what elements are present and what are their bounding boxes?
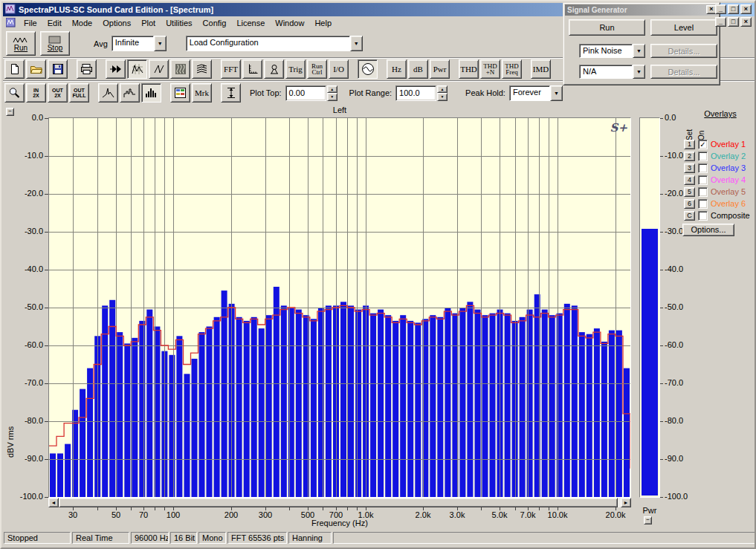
child-minimize-button[interactable]: _ bbox=[715, 17, 726, 27]
overlay-on-checkbox-6[interactable] bbox=[698, 199, 708, 209]
scroll-right-icon[interactable]: ► bbox=[621, 498, 631, 507]
overlay-set-button-6[interactable]: 6 bbox=[684, 199, 695, 209]
overlay-on-checkbox-4[interactable] bbox=[698, 175, 708, 185]
step-curve-button[interactable] bbox=[120, 83, 140, 103]
open-file-button[interactable] bbox=[26, 59, 46, 79]
thd-freq-button[interactable]: THDFreq bbox=[502, 59, 522, 79]
chevron-down-icon: ▼ bbox=[154, 36, 167, 51]
avg-select[interactable]: Infinite ▼ bbox=[112, 36, 167, 51]
menu-help[interactable]: Help bbox=[309, 17, 337, 29]
signal-generator-button[interactable] bbox=[358, 59, 378, 79]
overlays-options-button[interactable]: Options... bbox=[682, 224, 734, 236]
menu-mode[interactable]: Mode bbox=[67, 17, 98, 29]
menu-plot[interactable]: Plot bbox=[136, 17, 161, 29]
time-series-button[interactable] bbox=[106, 59, 126, 79]
plot-top-input[interactable]: 0.00 bbox=[285, 85, 326, 101]
imd-button[interactable]: IMD bbox=[531, 59, 551, 79]
overlay-set-button-5[interactable]: 5 bbox=[684, 187, 695, 197]
generator-level-button[interactable]: Level bbox=[650, 19, 717, 36]
phase-display-button[interactable] bbox=[149, 59, 169, 79]
overlay-on-checkbox-3[interactable] bbox=[698, 163, 708, 173]
power-collapse-button[interactable]: − bbox=[644, 516, 652, 524]
save-icon bbox=[52, 63, 64, 75]
scrollbar-thumb[interactable] bbox=[59, 498, 618, 507]
print-button[interactable] bbox=[77, 59, 97, 79]
run-button[interactable]: Run bbox=[6, 31, 36, 56]
dialog-title-bar[interactable]: Signal Generator × bbox=[565, 4, 718, 16]
window-layout-button[interactable] bbox=[170, 83, 190, 103]
spectrum-display-button[interactable] bbox=[127, 59, 147, 79]
overlay-label: Overlay 2 bbox=[711, 152, 746, 160]
peak-curve-button[interactable] bbox=[98, 83, 118, 103]
close-button[interactable]: × bbox=[740, 4, 752, 14]
run-control-button[interactable]: RunCtrl bbox=[307, 59, 327, 79]
scaling-button[interactable] bbox=[242, 59, 262, 79]
macro-command-select[interactable]: Load Configuration ▼ bbox=[186, 36, 363, 51]
details-1-button[interactable]: Details... bbox=[650, 44, 717, 58]
y-tick bbox=[45, 345, 48, 346]
restore-button[interactable]: □ bbox=[728, 4, 739, 14]
menu-config[interactable]: Config bbox=[198, 17, 232, 29]
generator-source-1-select[interactable]: Pink Noise ▼ bbox=[579, 44, 645, 58]
pwr-units-button[interactable]: Pwr bbox=[430, 59, 450, 79]
x-axis-title: Frequency (Hz) bbox=[48, 519, 631, 527]
bar-display-button[interactable] bbox=[141, 83, 161, 103]
overlay-on-checkbox-2[interactable] bbox=[698, 152, 708, 161]
surface-plot-button[interactable] bbox=[192, 59, 212, 79]
menu-options[interactable]: Options bbox=[97, 17, 136, 29]
spin-down-icon: ▼ bbox=[327, 93, 337, 101]
status-panel-7 bbox=[333, 532, 755, 544]
marker-button[interactable]: Mrk bbox=[192, 83, 212, 103]
bar-graph-icon bbox=[145, 87, 158, 99]
input-2x-button[interactable]: IN2X bbox=[26, 83, 46, 103]
plot-range-input[interactable]: 100.0 bbox=[395, 85, 436, 101]
menu-edit[interactable]: Edit bbox=[42, 17, 67, 29]
peak-hold-select[interactable]: Forever ▼ bbox=[509, 85, 563, 101]
overlay-on-checkbox-5[interactable] bbox=[698, 187, 708, 197]
io-device-button[interactable]: I/O bbox=[329, 59, 349, 79]
overlay-on-checkbox-c[interactable] bbox=[698, 211, 708, 221]
child-close-button[interactable]: × bbox=[740, 17, 752, 27]
y-tick-label: -50.0 bbox=[13, 302, 43, 312]
db-units-button[interactable]: dB bbox=[408, 59, 428, 79]
stop-button[interactable]: Stop bbox=[40, 31, 70, 56]
overlay-set-button-c[interactable]: C bbox=[684, 211, 695, 221]
menu-window[interactable]: Window bbox=[270, 17, 309, 29]
print-icon bbox=[80, 63, 93, 75]
generator-source-2-select[interactable]: N/A ▼ bbox=[579, 65, 645, 79]
menu-license[interactable]: License bbox=[231, 17, 270, 29]
document-icon[interactable] bbox=[6, 18, 16, 29]
spectrogram-button[interactable] bbox=[170, 59, 190, 79]
thd-button[interactable]: THD bbox=[459, 59, 479, 79]
child-restore-button[interactable]: □ bbox=[728, 17, 739, 27]
zoom-button[interactable] bbox=[4, 83, 25, 103]
y-scale-button[interactable] bbox=[221, 83, 241, 103]
plot-range-spinner[interactable]: ▲ ▼ bbox=[437, 85, 448, 101]
generator-run-button[interactable]: Run bbox=[569, 19, 645, 36]
overlay-set-button-2[interactable]: 2 bbox=[684, 152, 695, 161]
save-button[interactable] bbox=[48, 59, 68, 79]
output-full-button[interactable]: OUTFULL bbox=[69, 83, 89, 103]
scroll-left-icon[interactable]: ◄ bbox=[48, 498, 59, 507]
button-label: dB bbox=[413, 65, 423, 74]
overlay-on-checkbox-1[interactable]: ✓ bbox=[698, 140, 708, 149]
plot-top-spinner[interactable]: ▲ ▼ bbox=[327, 85, 337, 101]
menu-utilities[interactable]: Utilities bbox=[161, 17, 197, 29]
overlay-set-button-4[interactable]: 4 bbox=[684, 175, 695, 185]
minimize-button[interactable]: _ bbox=[715, 4, 726, 14]
frequency-scrollbar[interactable]: ◄ ► bbox=[48, 498, 631, 507]
trigger-button[interactable]: Trig bbox=[285, 59, 306, 79]
overlay-set-button-1[interactable]: 1 bbox=[684, 140, 695, 149]
hz-units-button[interactable]: Hz bbox=[387, 59, 407, 79]
output-2x-button[interactable]: OUT2X bbox=[48, 83, 68, 103]
details-2-button[interactable]: Details... bbox=[650, 65, 717, 79]
menu-file[interactable]: File bbox=[19, 17, 42, 29]
overlay-set-button-3[interactable]: 3 bbox=[684, 163, 695, 173]
y-tick bbox=[45, 194, 48, 195]
new-file-button[interactable] bbox=[4, 59, 25, 79]
calibration-button[interactable] bbox=[264, 59, 284, 79]
y-tick bbox=[45, 459, 48, 460]
thd-n-button[interactable]: THD+N bbox=[480, 59, 500, 79]
fft-settings-button[interactable]: FFT bbox=[221, 59, 241, 79]
overlay-label: Overlay 1 bbox=[711, 140, 746, 149]
